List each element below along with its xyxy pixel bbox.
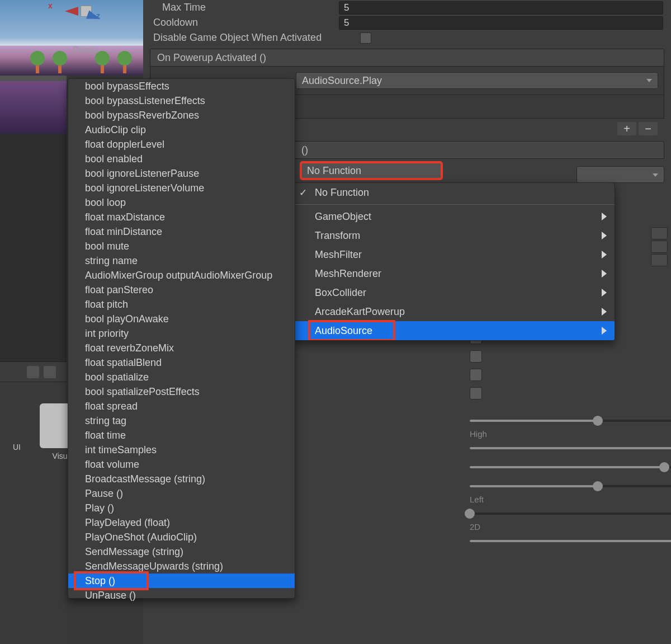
member-item[interactable]: float panStereo — [68, 283, 295, 297]
member-item[interactable]: SendMessageUpwards (string) — [68, 559, 295, 574]
member-item[interactable]: PlayOneShot (AudioClip) — [68, 530, 295, 544]
slider-range-labels: 2D3D — [470, 522, 671, 532]
checkbox[interactable] — [470, 369, 482, 381]
member-item[interactable]: float minDistance — [68, 224, 295, 239]
context-icon[interactable] — [651, 241, 668, 253]
member-item[interactable]: float spread — [68, 399, 295, 413]
member-item[interactable]: bool mute — [68, 239, 295, 253]
projection-label[interactable]: Persp — [73, 45, 97, 56]
member-item[interactable]: float volume — [68, 457, 295, 472]
member-item[interactable]: string name — [68, 253, 295, 268]
member-label: UnPause () — [85, 590, 136, 601]
member-item[interactable]: SendMessage (string) — [68, 544, 295, 559]
menu-item-label: AudioSource — [315, 325, 372, 337]
menu-item-label: BoxCollider — [315, 287, 366, 299]
member-item[interactable]: int priority — [68, 326, 295, 341]
scene-view-thumbnail: x z Persp — [0, 0, 143, 76]
chevron-right-icon — [602, 327, 607, 335]
chevron-right-icon — [602, 213, 607, 220]
member-item[interactable]: bool bypassEffects — [68, 79, 295, 93]
checkbox[interactable] — [470, 387, 482, 399]
slider[interactable]: 1 — [470, 439, 671, 458]
member-label: PlayDelayed (float) — [85, 517, 170, 529]
axis-x-label: x — [48, 1, 53, 10]
member-item[interactable]: float maxDistance — [68, 210, 295, 224]
slider[interactable]: 1 — [470, 532, 671, 551]
chevron-down-icon — [646, 79, 652, 82]
slider[interactable]: 0 — [470, 477, 671, 496]
chevron-right-icon — [602, 308, 607, 316]
menu-item-label: MeshRenderer — [315, 268, 381, 280]
member-item[interactable]: BroadcastMessage (string) — [68, 472, 295, 486]
member-item[interactable]: bool playOnAwake — [68, 312, 295, 326]
member-label: bool bypassEffects — [85, 81, 169, 92]
event-function-dropdown[interactable]: AudioSource.Play — [296, 72, 658, 89]
member-item[interactable]: bool spatializePostEffects — [68, 384, 295, 399]
member-label: bool ignoreListenerVolume — [85, 182, 204, 194]
event-on-activated-header[interactable]: On Powerup Activated () — [150, 49, 664, 67]
member-label: bool enabled — [85, 153, 143, 165]
tag-icon[interactable] — [44, 366, 56, 378]
member-label: AudioClip clip — [85, 124, 146, 136]
menu-item-boxcollider[interactable]: BoxCollider — [294, 283, 615, 302]
member-item[interactable]: bool enabled — [68, 152, 295, 166]
member-item[interactable]: float spatialBlend — [68, 355, 295, 370]
member-item[interactable]: Stop () — [68, 574, 295, 588]
prop-max-time-field[interactable]: 5 — [339, 1, 663, 15]
member-item[interactable]: float time — [68, 428, 295, 443]
menu-item-gameobject[interactable]: GameObject — [294, 207, 615, 226]
prop-cooldown-field[interactable]: 5 — [339, 16, 663, 30]
member-item[interactable]: Play () — [68, 501, 295, 515]
context-icon[interactable] — [651, 254, 668, 266]
event-remove-button[interactable]: − — [639, 122, 658, 135]
member-label: bool spatialize — [85, 372, 149, 383]
no-function-dropdown[interactable]: No Function — [301, 162, 442, 179]
member-item[interactable]: bool loop — [68, 195, 295, 210]
menu-item-audiosource[interactable]: AudioSource — [294, 321, 615, 340]
left-dark-area — [0, 134, 67, 375]
member-label: Play () — [85, 502, 114, 514]
member-item[interactable]: string tag — [68, 413, 295, 428]
menu-item-transform[interactable]: Transform — [294, 226, 615, 245]
event-add-button[interactable]: + — [617, 122, 636, 135]
member-item[interactable]: bool spatialize — [68, 370, 295, 384]
member-item[interactable]: AudioClip clip — [68, 123, 295, 137]
member-label: BroadcastMessage (string) — [85, 473, 205, 485]
member-label: SendMessageUpwards (string) — [85, 561, 223, 572]
slider[interactable]: 128 — [470, 411, 671, 430]
member-item[interactable]: float pitch — [68, 297, 295, 312]
member-item[interactable]: bool ignoreListenerPause — [68, 166, 295, 181]
prop-disable-go-checkbox[interactable] — [360, 32, 371, 44]
menu-item-meshrenderer[interactable]: MeshRenderer — [294, 264, 615, 283]
member-label: int timeSamples — [85, 444, 157, 456]
slider-range-labels: HighLow — [470, 429, 671, 439]
member-item[interactable]: float reverbZoneMix — [68, 341, 295, 355]
member-label: float minDistance — [85, 226, 162, 238]
slider[interactable]: 1.5 — [470, 458, 671, 477]
prop-disable-go-label: Disable Game Object When Activated — [153, 32, 360, 44]
chevron-right-icon — [602, 270, 607, 278]
member-item[interactable]: bool bypassReverbZones — [68, 108, 295, 123]
no-function-label: No Function — [307, 165, 361, 177]
orientation-gizmo[interactable] — [78, 3, 101, 26]
member-item[interactable]: int timeSamples — [68, 443, 295, 457]
menu-item-no-function[interactable]: ✓ No Function — [294, 183, 615, 202]
menu-item-meshfilter[interactable]: MeshFilter — [294, 245, 615, 264]
slider[interactable]: 0 — [470, 504, 671, 523]
member-item[interactable]: PlayDelayed (float) — [68, 515, 295, 530]
member-label: float reverbZoneMix — [85, 342, 174, 354]
menu-item-label: Transform — [315, 230, 360, 242]
context-icon[interactable] — [651, 227, 668, 239]
event-function-selected: AudioSource.Play — [302, 75, 382, 87]
member-item[interactable]: Pause () — [68, 486, 295, 501]
event-second-header-text: () — [301, 144, 308, 156]
member-item[interactable]: UnPause () — [68, 588, 295, 603]
member-item[interactable]: bool bypassListenerEffects — [68, 93, 295, 108]
checkbox[interactable] — [470, 350, 482, 363]
member-item[interactable]: AudioMixerGroup outputAudioMixerGroup — [68, 268, 295, 283]
asset-folder-ui[interactable]: UI — [0, 403, 34, 452]
member-item[interactable]: bool ignoreListenerVolume — [68, 181, 295, 195]
menu-item-arcadekartpowerup[interactable]: ArcadeKartPowerup — [294, 302, 615, 321]
member-item[interactable]: float dopplerLevel — [68, 137, 295, 152]
toolbar-icon[interactable] — [27, 366, 39, 378]
